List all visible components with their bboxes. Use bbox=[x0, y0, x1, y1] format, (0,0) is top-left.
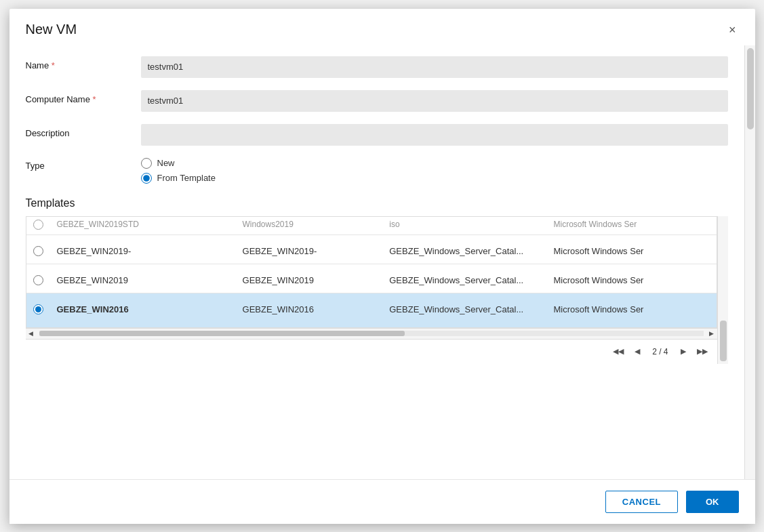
ok-button[interactable]: OK bbox=[686, 491, 739, 513]
type-options: New From Template bbox=[141, 158, 216, 184]
type-template-radio[interactable] bbox=[141, 173, 152, 184]
type-new-option[interactable]: New bbox=[141, 158, 216, 169]
type-new-radio[interactable] bbox=[141, 158, 152, 169]
template-col3: GEBZE_Windows_Server_Catal... bbox=[382, 234, 546, 264]
templates-section: Templates GE bbox=[26, 197, 728, 364]
template-col3: GEBZE_Windows_Server_Catal... bbox=[382, 264, 546, 293]
computer-name-input[interactable] bbox=[141, 90, 728, 112]
page-prev-button[interactable]: ◀ bbox=[629, 344, 645, 360]
page-next-button[interactable]: ▶ bbox=[675, 344, 691, 360]
template-col2: GEBZE_WIN2019- bbox=[236, 234, 383, 264]
dialog-body: Name * Computer Name * Description bbox=[9, 45, 755, 479]
page-last-button[interactable]: ▶▶ bbox=[694, 344, 710, 360]
form-area: Name * Computer Name * Description bbox=[9, 45, 744, 479]
template-col4: Microsoft Windows Ser bbox=[547, 264, 717, 293]
template-col1: GEBZE_WIN2019 bbox=[50, 264, 236, 293]
table-row[interactable]: GEBZE_WIN2019 GEBZE_WIN2019 GEBZE_Window… bbox=[26, 264, 717, 293]
dialog-title: New VM bbox=[26, 22, 77, 37]
close-button[interactable]: × bbox=[726, 21, 739, 39]
page-info: 2 / 4 bbox=[648, 347, 672, 356]
templates-table-main: GEBZE_WIN2019STD Windows2019 iso Microso… bbox=[26, 216, 717, 364]
description-label: Description bbox=[26, 124, 141, 138]
template-col2: GEBZE_WIN2019 bbox=[236, 264, 383, 293]
name-row: Name * bbox=[26, 56, 728, 78]
dialog-header: New VM × bbox=[9, 9, 755, 45]
name-label: Name * bbox=[26, 56, 141, 70]
description-row: Description bbox=[26, 124, 728, 146]
pagination-bar: ◀◀ ◀ 2 / 4 ▶ ▶▶ bbox=[26, 339, 717, 364]
template-col3: GEBZE_Windows_Server_Catal... bbox=[382, 293, 546, 327]
table-row[interactable]: GEBZE_WIN2016 GEBZE_WIN2016 GEBZE_Window… bbox=[26, 293, 717, 327]
type-template-option[interactable]: From Template bbox=[141, 173, 216, 184]
table-vertical-scrollbar[interactable] bbox=[717, 216, 728, 364]
scroll-left-arrow[interactable]: ◀ bbox=[26, 328, 37, 339]
type-template-label: From Template bbox=[157, 173, 216, 183]
table-row[interactable]: GEBZE_WIN2019- GEBZE_WIN2019- GEBZE_Wind… bbox=[26, 234, 717, 264]
cancel-button[interactable]: CANCEL bbox=[605, 491, 678, 513]
template-radio[interactable] bbox=[33, 275, 43, 285]
radio-cell[interactable] bbox=[26, 234, 50, 264]
template-col4: Microsoft Windows Ser bbox=[547, 217, 717, 235]
computer-name-row: Computer Name * bbox=[26, 90, 728, 112]
template-col4: Microsoft Windows Ser bbox=[547, 234, 717, 264]
template-col2: Windows2019 bbox=[236, 217, 383, 235]
dialog-footer: CANCEL OK bbox=[9, 479, 755, 524]
templates-table-outer: GEBZE_WIN2019STD Windows2019 iso Microso… bbox=[26, 216, 728, 364]
radio-cell[interactable] bbox=[26, 264, 50, 293]
computer-name-label: Computer Name * bbox=[26, 90, 141, 104]
dialog-scroll-thumb bbox=[747, 48, 754, 129]
name-input[interactable] bbox=[141, 56, 728, 78]
h-scroll-track[interactable] bbox=[39, 331, 704, 336]
template-col1: GEBZE_WIN2019- bbox=[50, 234, 236, 264]
scroll-right-arrow[interactable]: ▶ bbox=[706, 328, 717, 339]
template-radio[interactable] bbox=[33, 220, 43, 230]
templates-title: Templates bbox=[26, 197, 728, 209]
type-label: Type bbox=[26, 158, 141, 171]
template-radio[interactable] bbox=[33, 246, 43, 256]
radio-cell[interactable] bbox=[26, 217, 50, 235]
horizontal-scrollbar[interactable]: ◀ ▶ bbox=[26, 328, 717, 339]
templates-table-wrapper: GEBZE_WIN2019STD Windows2019 iso Microso… bbox=[26, 216, 717, 328]
templates-table: GEBZE_WIN2019STD Windows2019 iso Microso… bbox=[26, 217, 717, 327]
computer-name-required-star: * bbox=[93, 94, 96, 104]
template-col3: iso bbox=[382, 217, 546, 235]
template-col1: GEBZE_WIN2019STD bbox=[50, 217, 236, 235]
page-first-button[interactable]: ◀◀ bbox=[610, 344, 626, 360]
name-required-star: * bbox=[52, 60, 55, 70]
table-row[interactable]: GEBZE_WIN2019STD Windows2019 iso Microso… bbox=[26, 217, 717, 235]
type-row: Type New From Template bbox=[26, 158, 728, 184]
type-new-label: New bbox=[157, 158, 175, 168]
h-scroll-thumb bbox=[39, 331, 405, 336]
template-col4: Microsoft Windows Ser bbox=[547, 293, 717, 327]
new-vm-dialog: New VM × Name * Computer Name * bbox=[9, 9, 755, 524]
table-scroll-thumb bbox=[720, 321, 727, 361]
template-radio[interactable] bbox=[33, 304, 43, 314]
template-col2: GEBZE_WIN2016 bbox=[236, 293, 383, 327]
dialog-vertical-scrollbar[interactable] bbox=[744, 45, 755, 479]
description-input[interactable] bbox=[141, 124, 728, 146]
template-col1: GEBZE_WIN2016 bbox=[50, 293, 236, 327]
radio-cell[interactable] bbox=[26, 293, 50, 327]
